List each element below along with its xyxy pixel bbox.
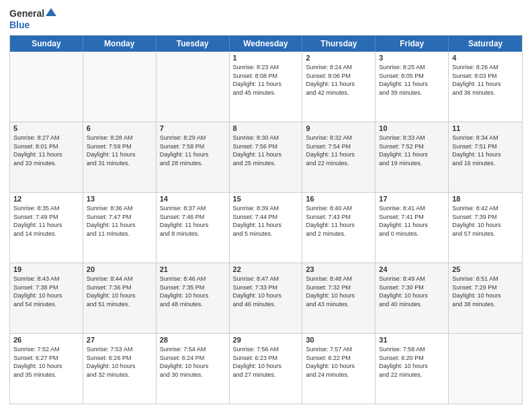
cal-cell-r3-c2: 21Sunrise: 8:46 AM Sunset: 7:35 PM Dayli… [157, 263, 230, 333]
cal-cell-r3-c4: 23Sunrise: 8:48 AM Sunset: 7:32 PM Dayli… [302, 263, 375, 333]
day-number: 26 [13, 336, 79, 344]
cal-cell-r0-c6: 4Sunrise: 8:26 AM Sunset: 8:03 PM Daylig… [449, 52, 522, 122]
day-number: 3 [379, 54, 445, 62]
cell-daylight-info: Sunrise: 8:46 AM Sunset: 7:35 PM Dayligh… [160, 275, 226, 308]
cell-daylight-info: Sunrise: 7:56 AM Sunset: 6:23 PM Dayligh… [233, 345, 299, 379]
weekday-header-sunday: Sunday [10, 36, 83, 52]
cal-cell-r1-c5: 10Sunrise: 8:33 AM Sunset: 7:52 PM Dayli… [375, 122, 449, 192]
cell-daylight-info: Sunrise: 8:43 AM Sunset: 7:38 PM Dayligh… [13, 275, 79, 308]
cal-cell-r4-c1: 27Sunrise: 7:53 AM Sunset: 6:26 PM Dayli… [83, 334, 157, 404]
cell-daylight-info: Sunrise: 7:57 AM Sunset: 6:22 PM Dayligh… [306, 345, 371, 379]
cell-daylight-info: Sunrise: 8:23 AM Sunset: 8:08 PM Dayligh… [233, 63, 299, 97]
cal-cell-r2-c3: 15Sunrise: 8:39 AM Sunset: 7:44 PM Dayli… [230, 193, 303, 263]
cell-daylight-info: Sunrise: 8:24 AM Sunset: 8:06 PM Dayligh… [306, 63, 371, 97]
cal-cell-r1-c0: 5Sunrise: 8:27 AM Sunset: 8:01 PM Daylig… [10, 122, 83, 192]
cal-cell-r3-c0: 19Sunrise: 8:43 AM Sunset: 7:38 PM Dayli… [10, 263, 83, 333]
day-number: 12 [13, 195, 79, 203]
cell-daylight-info: Sunrise: 8:30 AM Sunset: 7:56 PM Dayligh… [233, 134, 299, 167]
cal-cell-r3-c6: 25Sunrise: 8:51 AM Sunset: 7:29 PM Dayli… [449, 263, 522, 333]
day-number: 2 [306, 54, 371, 62]
day-number: 25 [452, 265, 519, 273]
cal-cell-r1-c1: 6Sunrise: 8:28 AM Sunset: 7:59 PM Daylig… [83, 122, 157, 192]
calendar-row-2: 5Sunrise: 8:27 AM Sunset: 8:01 PM Daylig… [10, 122, 522, 193]
logo-svg: General Blue [9, 7, 56, 31]
cell-daylight-info: Sunrise: 8:32 AM Sunset: 7:54 PM Dayligh… [306, 134, 371, 167]
day-number: 24 [379, 265, 445, 273]
day-number: 15 [233, 195, 299, 203]
day-number: 5 [13, 124, 79, 132]
calendar-row-5: 26Sunrise: 7:52 AM Sunset: 6:27 PM Dayli… [10, 334, 522, 404]
cal-cell-r1-c2: 7Sunrise: 8:29 AM Sunset: 7:58 PM Daylig… [157, 122, 230, 192]
day-number: 23 [306, 265, 371, 273]
cal-cell-r2-c4: 16Sunrise: 8:40 AM Sunset: 7:43 PM Dayli… [302, 193, 375, 263]
cal-cell-r0-c1 [83, 52, 157, 122]
cell-daylight-info: Sunrise: 8:25 AM Sunset: 8:05 PM Dayligh… [379, 63, 445, 97]
cell-daylight-info: Sunrise: 8:27 AM Sunset: 8:01 PM Dayligh… [13, 134, 79, 167]
cell-daylight-info: Sunrise: 7:54 AM Sunset: 6:24 PM Dayligh… [160, 345, 226, 379]
cal-cell-r2-c2: 14Sunrise: 8:37 AM Sunset: 7:46 PM Dayli… [157, 193, 230, 263]
cal-cell-r4-c2: 28Sunrise: 7:54 AM Sunset: 6:24 PM Dayli… [157, 334, 230, 404]
calendar-row-4: 19Sunrise: 8:43 AM Sunset: 7:38 PM Dayli… [10, 263, 522, 334]
cell-daylight-info: Sunrise: 7:58 AM Sunset: 6:20 PM Dayligh… [379, 345, 445, 379]
day-number: 9 [306, 124, 371, 132]
day-number: 17 [379, 195, 445, 203]
cal-cell-r4-c4: 30Sunrise: 7:57 AM Sunset: 6:22 PM Dayli… [302, 334, 375, 404]
cal-cell-r0-c3: 1Sunrise: 8:23 AM Sunset: 8:08 PM Daylig… [230, 52, 303, 122]
day-number: 29 [233, 336, 299, 344]
cal-cell-r1-c6: 11Sunrise: 8:34 AM Sunset: 7:51 PM Dayli… [449, 122, 522, 192]
cell-daylight-info: Sunrise: 8:42 AM Sunset: 7:39 PM Dayligh… [452, 204, 519, 238]
calendar-body: 1Sunrise: 8:23 AM Sunset: 8:08 PM Daylig… [10, 52, 522, 404]
weekday-header-monday: Monday [83, 36, 157, 52]
day-number: 18 [452, 195, 519, 203]
day-number: 20 [87, 265, 152, 273]
page: General Blue SundayMondayTuesdayWednesda… [0, 0, 532, 411]
cal-cell-r1-c3: 8Sunrise: 8:30 AM Sunset: 7:56 PM Daylig… [230, 122, 303, 192]
cal-cell-r4-c3: 29Sunrise: 7:56 AM Sunset: 6:23 PM Dayli… [230, 334, 303, 404]
day-number: 16 [306, 195, 371, 203]
calendar-row-3: 12Sunrise: 8:35 AM Sunset: 7:49 PM Dayli… [10, 193, 522, 263]
day-number: 30 [306, 336, 371, 344]
day-number: 27 [87, 336, 152, 344]
cal-cell-r3-c3: 22Sunrise: 8:47 AM Sunset: 7:33 PM Dayli… [230, 263, 303, 333]
cell-daylight-info: Sunrise: 8:40 AM Sunset: 7:43 PM Dayligh… [306, 204, 371, 238]
cell-daylight-info: Sunrise: 8:36 AM Sunset: 7:47 PM Dayligh… [87, 204, 152, 238]
day-number: 31 [379, 336, 445, 344]
day-number: 7 [160, 124, 226, 132]
cell-daylight-info: Sunrise: 8:28 AM Sunset: 7:59 PM Dayligh… [87, 134, 152, 167]
day-number: 14 [160, 195, 226, 203]
cell-daylight-info: Sunrise: 8:34 AM Sunset: 7:51 PM Dayligh… [452, 134, 519, 167]
day-number: 11 [452, 124, 519, 132]
svg-text:General: General [9, 8, 44, 19]
day-number: 4 [452, 54, 519, 62]
calendar: SundayMondayTuesdayWednesdayThursdayFrid… [9, 35, 523, 404]
cell-daylight-info: Sunrise: 8:33 AM Sunset: 7:52 PM Dayligh… [379, 134, 445, 167]
day-number: 10 [379, 124, 445, 132]
weekday-header-thursday: Thursday [302, 36, 375, 52]
cell-daylight-info: Sunrise: 8:26 AM Sunset: 8:03 PM Dayligh… [452, 63, 519, 97]
cal-cell-r2-c5: 17Sunrise: 8:41 AM Sunset: 7:41 PM Dayli… [375, 193, 449, 263]
cal-cell-r1-c4: 9Sunrise: 8:32 AM Sunset: 7:54 PM Daylig… [302, 122, 375, 192]
cell-daylight-info: Sunrise: 8:49 AM Sunset: 7:30 PM Dayligh… [379, 275, 445, 308]
cell-daylight-info: Sunrise: 7:52 AM Sunset: 6:27 PM Dayligh… [13, 345, 79, 379]
svg-marker-1 [46, 8, 56, 16]
day-number: 28 [160, 336, 226, 344]
day-number: 13 [87, 195, 152, 203]
cal-cell-r3-c5: 24Sunrise: 8:49 AM Sunset: 7:30 PM Dayli… [375, 263, 449, 333]
cal-cell-r0-c2 [157, 52, 230, 122]
cal-cell-r4-c6 [449, 334, 522, 404]
cal-cell-r0-c5: 3Sunrise: 8:25 AM Sunset: 8:05 PM Daylig… [375, 52, 449, 122]
day-number: 22 [233, 265, 299, 273]
day-number: 19 [13, 265, 79, 273]
cal-cell-r3-c1: 20Sunrise: 8:44 AM Sunset: 7:36 PM Dayli… [83, 263, 157, 333]
svg-text:Blue: Blue [9, 19, 30, 30]
calendar-header: SundayMondayTuesdayWednesdayThursdayFrid… [10, 36, 522, 52]
day-number: 21 [160, 265, 226, 273]
day-number: 6 [87, 124, 152, 132]
cal-cell-r2-c0: 12Sunrise: 8:35 AM Sunset: 7:49 PM Dayli… [10, 193, 83, 263]
calendar-row-1: 1Sunrise: 8:23 AM Sunset: 8:08 PM Daylig… [10, 52, 522, 122]
weekday-header-tuesday: Tuesday [157, 36, 230, 52]
cell-daylight-info: Sunrise: 8:39 AM Sunset: 7:44 PM Dayligh… [233, 204, 299, 238]
cell-daylight-info: Sunrise: 8:41 AM Sunset: 7:41 PM Dayligh… [379, 204, 445, 238]
cell-daylight-info: Sunrise: 8:48 AM Sunset: 7:32 PM Dayligh… [306, 275, 371, 308]
cal-cell-r0-c0 [10, 52, 83, 122]
